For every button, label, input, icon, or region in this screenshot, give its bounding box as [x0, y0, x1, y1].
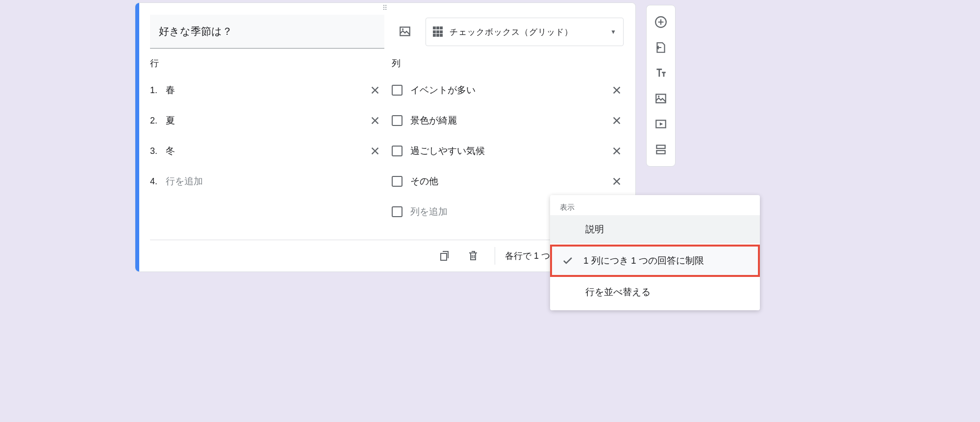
divider	[495, 247, 495, 265]
row-item[interactable]: 1. 春	[150, 78, 382, 102]
checkbox-icon	[392, 85, 402, 96]
add-question-button[interactable]	[650, 11, 672, 33]
svg-point-0	[402, 28, 403, 30]
remove-column-button[interactable]	[610, 144, 624, 158]
checkbox-icon	[392, 176, 402, 187]
checkbox-icon	[392, 146, 402, 156]
close-icon	[370, 146, 380, 156]
duplicate-button[interactable]	[433, 244, 456, 268]
column-item[interactable]: 過ごしやすい気候	[392, 139, 624, 163]
remove-row-button[interactable]	[368, 144, 382, 158]
row-number: 4.	[150, 176, 161, 187]
close-icon	[611, 85, 622, 96]
column-item[interactable]: 景色が綺麗	[392, 108, 624, 133]
row-text[interactable]: 春	[166, 81, 363, 100]
columns-header: 列	[392, 57, 624, 69]
column-item[interactable]: その他	[392, 169, 624, 194]
delete-button[interactable]	[461, 244, 485, 268]
menu-item-shuffle-rows[interactable]: 行を並べ替える	[550, 278, 760, 306]
remove-row-button[interactable]	[368, 83, 382, 97]
text-icon	[654, 67, 667, 79]
column-text[interactable]: 過ごしやすい気候	[410, 142, 605, 161]
column-text[interactable]: イベントが多い	[410, 81, 605, 100]
column-text[interactable]: その他	[410, 172, 605, 191]
menu-item-description[interactable]: 説明	[550, 215, 760, 244]
grid-icon	[433, 26, 444, 37]
row-number: 3.	[150, 146, 161, 156]
column-text[interactable]: 景色が綺麗	[410, 111, 605, 130]
drag-handle-icon[interactable]: ⠿	[135, 3, 635, 11]
row-text[interactable]: 夏	[166, 111, 363, 130]
check-icon	[562, 255, 574, 267]
import-questions-button[interactable]	[650, 37, 672, 58]
add-title-button[interactable]	[650, 62, 672, 84]
svg-rect-5	[656, 150, 665, 154]
add-image-button[interactable]	[393, 20, 417, 43]
rows-section: 行 1. 春 2. 夏 3. 冬 4. 行を追加	[150, 57, 382, 230]
chevron-down-icon: ▼	[610, 28, 616, 35]
section-icon	[654, 143, 667, 156]
add-row-item[interactable]: 4. 行を追加	[150, 169, 382, 194]
side-toolbar	[646, 5, 676, 167]
row-item[interactable]: 3. 冬	[150, 139, 382, 163]
question-type-label: チェックボックス（グリッド）	[450, 26, 604, 38]
image-icon	[399, 25, 411, 38]
video-icon	[654, 118, 667, 130]
add-image-button-toolbar[interactable]	[650, 88, 672, 109]
row-number: 2.	[150, 116, 161, 126]
add-video-button[interactable]	[650, 113, 672, 135]
close-icon	[370, 85, 380, 96]
close-icon	[611, 115, 622, 126]
image-icon	[654, 92, 667, 105]
close-icon	[370, 115, 380, 126]
plus-circle-icon	[654, 16, 667, 28]
row-item[interactable]: 2. 夏	[150, 108, 382, 133]
more-options-menu: 表示 説明 1 列につき 1 つの回答に制限 行を並べ替える	[550, 195, 760, 310]
checkbox-icon	[392, 206, 402, 217]
checkbox-icon	[392, 115, 402, 126]
remove-column-button[interactable]	[610, 114, 624, 127]
remove-row-button[interactable]	[368, 114, 382, 127]
remove-column-button[interactable]	[610, 83, 624, 97]
svg-point-2	[658, 96, 659, 97]
remove-column-button[interactable]	[610, 174, 624, 188]
svg-rect-4	[656, 145, 665, 149]
menu-item-limit-one-per-column[interactable]: 1 列につき 1 つの回答に制限	[550, 245, 760, 277]
row-text[interactable]: 冬	[166, 142, 363, 161]
popup-section-header: 表示	[550, 199, 760, 215]
close-icon	[611, 176, 622, 187]
import-icon	[654, 41, 667, 54]
rows-header: 行	[150, 57, 382, 69]
row-number: 1.	[150, 85, 161, 96]
question-title-input[interactable]	[150, 15, 384, 49]
close-icon	[611, 146, 622, 156]
trash-icon	[467, 250, 479, 262]
question-type-dropdown[interactable]: チェックボックス（グリッド） ▼	[426, 18, 624, 46]
copy-icon	[439, 250, 451, 262]
add-section-button[interactable]	[650, 139, 672, 160]
column-item[interactable]: イベントが多い	[392, 78, 624, 102]
add-row-placeholder[interactable]: 行を追加	[166, 172, 382, 191]
